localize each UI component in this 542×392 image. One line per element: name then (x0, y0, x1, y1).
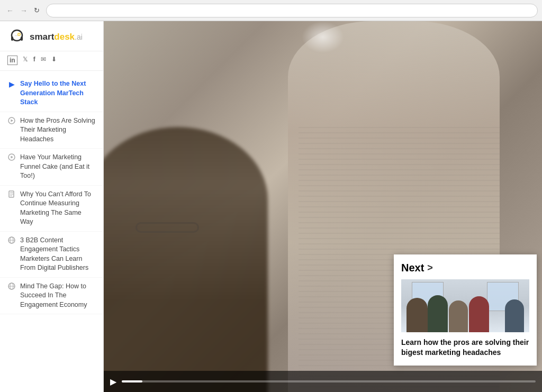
video-frame[interactable]: ▶ Next > (104, 21, 542, 392)
next-thumbnail[interactable] (401, 279, 529, 332)
nav-item-4[interactable]: Why You Can't Afford To Continue Measuri… (0, 186, 103, 232)
thumb-person-1 (406, 298, 428, 332)
social-icons-bar: in 𝕏 f ✉ ⬇ (0, 51, 103, 71)
logo-text: smartdesk.ai (30, 32, 83, 42)
progress-fill (122, 380, 142, 382)
facebook-icon[interactable]: f (33, 56, 35, 65)
nav-item-text-2: How the Pros Are Solving Their Marketing… (20, 116, 96, 144)
next-text: Next (401, 262, 424, 274)
video-controls: ▶ (104, 371, 542, 392)
nav-item-2[interactable]: How the Pros Are Solving Their Marketing… (0, 112, 103, 149)
email-icon[interactable]: ✉ (41, 56, 46, 65)
back-button[interactable]: ← (4, 5, 16, 16)
refresh-button[interactable]: ↻ (32, 5, 42, 15)
thumb-person-3 (449, 300, 468, 332)
svg-text:...: ... (15, 33, 18, 37)
play-outline-icon-2 (7, 117, 16, 126)
main-layout: ... smartdesk.ai in 𝕏 f ✉ ⬇ ▶ Say Hello … (0, 21, 542, 392)
svg-point-4 (19, 34, 20, 35)
linkedin-icon[interactable]: in (7, 56, 17, 65)
glasses-hint (136, 222, 199, 233)
play-button[interactable]: ▶ (110, 377, 116, 387)
address-bar[interactable] (46, 4, 538, 17)
play-outline-icon-3 (7, 153, 16, 162)
nav-item-5[interactable]: 3 B2B Content Engagement Tactics Markete… (0, 232, 103, 278)
document-icon-4 (7, 190, 16, 199)
person-front (104, 127, 268, 392)
logo-icon: ... (7, 28, 26, 47)
content-area: ▶ Next > (104, 21, 542, 392)
nav-buttons: ← → ↻ (4, 5, 42, 16)
logo-area: ... smartdesk.ai (0, 21, 103, 51)
thumb-person-2 (428, 295, 448, 332)
next-card: Next > Learn how the pros are solv (394, 254, 537, 366)
thumb-person-5 (505, 299, 524, 332)
nav-item-text-4: Why You Can't Afford To Continue Measuri… (20, 190, 96, 227)
browser-chrome: ← → ↻ (0, 0, 542, 21)
twitter-icon[interactable]: 𝕏 (23, 56, 28, 65)
forward-button[interactable]: → (18, 5, 30, 16)
sidebar: ... smartdesk.ai in 𝕏 f ✉ ⬇ ▶ Say Hello … (0, 21, 104, 392)
nav-item-text-5: 3 B2B Content Engagement Tactics Markete… (20, 236, 96, 273)
next-caption: Learn how the pros are solving their big… (401, 338, 529, 358)
svg-rect-2 (21, 37, 23, 41)
next-label: Next > (401, 262, 529, 274)
nav-item-text-6: Mind The Gap: How to Succeed In The Enga… (20, 282, 96, 310)
svg-rect-1 (11, 37, 13, 41)
nav-item-text-3: Have Your Marketing Funnel Cake (and Eat… (20, 153, 96, 181)
download-icon[interactable]: ⬇ (51, 56, 57, 65)
nav-item-3[interactable]: Have Your Marketing Funnel Cake (and Eat… (0, 149, 103, 186)
thumb-person-4 (469, 296, 489, 332)
light-source (302, 21, 344, 53)
nav-item-1[interactable]: ▶ Say Hello to the Next Generation MarTe… (0, 75, 103, 112)
globe-icon-6 (7, 282, 16, 291)
play-icon-1: ▶ (7, 80, 16, 88)
nav-list: ▶ Say Hello to the Next Generation MarTe… (0, 71, 103, 318)
nav-item-6[interactable]: Mind The Gap: How to Succeed In The Enga… (0, 278, 103, 315)
progress-bar[interactable] (122, 380, 536, 382)
nav-item-text-1: Say Hello to the Next Generation MarTech… (20, 79, 96, 107)
next-arrow: > (427, 262, 433, 274)
logo-container: ... smartdesk.ai (7, 28, 96, 47)
globe-icon-5 (7, 236, 16, 245)
svg-marker-9 (11, 156, 14, 159)
svg-marker-7 (11, 119, 14, 122)
